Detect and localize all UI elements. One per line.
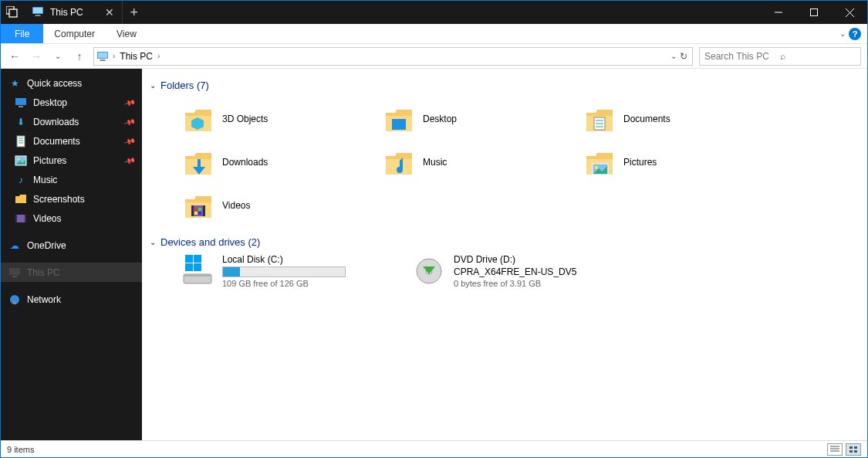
chevron-down-icon: ⌄ [150, 238, 156, 246]
nav-forward-button[interactable]: → [29, 50, 44, 63]
sidebar-network[interactable]: Network [1, 290, 142, 309]
chevron-right-icon[interactable]: › [113, 52, 115, 60]
breadcrumb-this-pc[interactable]: This PC [118, 51, 154, 62]
pin-icon: 📌 [123, 97, 136, 109]
svg-rect-48 [185, 255, 193, 263]
star-icon: ★ [8, 77, 21, 90]
folder-icon [15, 193, 27, 205]
cloud-icon: ☁ [8, 239, 21, 252]
svg-rect-40 [194, 208, 198, 211]
svg-rect-16 [17, 136, 25, 147]
svg-rect-45 [184, 274, 211, 276]
download-icon: ⬇ [15, 116, 27, 128]
drive-usage-bar [222, 266, 346, 277]
status-bar: 9 items [1, 440, 867, 457]
pin-icon: 📌 [123, 154, 136, 167]
folder-videos-icon [181, 188, 214, 222]
svg-rect-58 [854, 450, 857, 453]
svg-rect-12 [100, 59, 105, 60]
svg-rect-41 [198, 208, 201, 211]
search-input[interactable]: Search This PC ⌕ [699, 47, 861, 66]
folder-3d-icon [181, 102, 214, 136]
folder-documents-icon [582, 102, 616, 136]
sidebar-screenshots[interactable]: Screenshots [1, 189, 142, 209]
close-window-button[interactable] [832, 1, 867, 24]
titlebar: This PC ✕ + [1, 1, 867, 24]
drive-name: DVD Drive (D:) [454, 254, 576, 265]
address-dropdown-icon[interactable]: ⌄ [670, 52, 677, 60]
minimize-button[interactable] [761, 1, 796, 24]
drive-local-c[interactable]: Local Disk (C:) 109 GB free of 126 GB [181, 254, 412, 288]
svg-rect-25 [9, 268, 20, 275]
drive-dvd-d[interactable]: DVD Drive (D:) CPRA_X64FRE_EN-US_DV5 0 b… [412, 254, 643, 288]
folder-desktop[interactable]: Desktop [381, 97, 582, 141]
folder-videos[interactable]: Videos [181, 184, 381, 227]
menu-computer[interactable]: Computer [43, 24, 106, 43]
sidebar-videos[interactable]: Videos [1, 209, 142, 228]
nav-recent-dropdown[interactable]: ⌄ [50, 52, 66, 60]
sidebar-this-pc[interactable]: This PC [1, 263, 142, 282]
window-tab[interactable]: This PC ✕ [24, 1, 123, 24]
svg-rect-14 [15, 98, 26, 105]
desktop-icon [15, 97, 27, 109]
svg-rect-3 [33, 8, 42, 13]
drive-free-text: 109 GB free of 126 GB [222, 279, 346, 288]
svg-rect-22 [15, 215, 26, 222]
nav-back-button[interactable]: ← [7, 50, 22, 63]
svg-rect-47 [194, 263, 201, 271]
monitor-icon [32, 5, 44, 20]
sidebar-desktop[interactable]: Desktop 📌 [1, 93, 142, 112]
svg-rect-7 [811, 9, 818, 16]
address-input[interactable]: › This PC › ⌄ ↻ [93, 47, 693, 66]
folder-desktop-icon [381, 102, 415, 136]
view-large-icons-button[interactable] [846, 443, 861, 456]
folder-music[interactable]: Music [381, 141, 582, 184]
svg-rect-42 [194, 212, 198, 215]
content-pane: ⌄ Folders (7) 3D Objects Desktop Documen… [142, 69, 867, 440]
sidebar-music[interactable]: ♪ Music [1, 170, 142, 189]
svg-rect-30 [392, 119, 406, 130]
sidebar-pictures[interactable]: Pictures 📌 [1, 151, 142, 170]
app-multitask-icon[interactable] [1, 1, 24, 24]
drive-label: CPRA_X64FRE_EN-US_DV5 [454, 266, 576, 277]
svg-rect-46 [185, 263, 193, 271]
svg-rect-43 [198, 212, 201, 215]
svg-rect-28 [13, 301, 16, 304]
chevron-down-icon: ⌄ [150, 81, 156, 90]
svg-rect-15 [19, 106, 23, 107]
search-placeholder: Search This PC [704, 51, 780, 62]
svg-point-21 [18, 158, 20, 160]
chevron-right-icon[interactable]: › [157, 52, 160, 60]
sidebar-onedrive[interactable]: ☁ OneDrive [1, 236, 142, 255]
help-icon[interactable]: ? [849, 28, 861, 40]
sidebar-documents[interactable]: Documents 📌 [1, 131, 142, 151]
network-icon [8, 293, 21, 306]
folder-3d-objects[interactable]: 3D Objects [181, 97, 381, 141]
menu-view[interactable]: View [106, 24, 147, 43]
close-tab-icon[interactable]: ✕ [105, 6, 114, 19]
refresh-icon[interactable]: ↻ [680, 51, 687, 62]
sidebar-downloads[interactable]: ⬇ Downloads 📌 [1, 112, 142, 131]
video-icon [15, 212, 27, 225]
pin-icon: 📌 [123, 116, 136, 128]
ribbon-expand-icon[interactable]: ⌄ [839, 29, 846, 38]
folder-documents[interactable]: Documents [582, 97, 782, 141]
svg-rect-5 [35, 15, 41, 16]
svg-rect-56 [854, 446, 857, 449]
folder-pictures[interactable]: Pictures [582, 141, 782, 184]
nav-up-button[interactable]: ↑ [72, 50, 87, 63]
folder-downloads[interactable]: Downloads [181, 141, 381, 184]
menu-file[interactable]: File [1, 24, 43, 43]
view-details-button[interactable] [827, 443, 843, 456]
svg-rect-57 [849, 450, 853, 453]
sidebar-quick-access[interactable]: ★ Quick access [1, 73, 142, 93]
item-count: 9 items [7, 445, 34, 454]
section-drives-header[interactable]: ⌄ Devices and drives (2) [150, 233, 867, 251]
navigation-pane: ★ Quick access Desktop 📌 ⬇ Downloads 📌 D… [1, 69, 142, 440]
maximize-button[interactable] [796, 1, 832, 24]
drive-free-text: 0 bytes free of 3.91 GB [454, 279, 576, 288]
section-folders-header[interactable]: ⌄ Folders (7) [150, 76, 867, 94]
monitor-icon [96, 49, 110, 63]
address-bar: ← → ⌄ ↑ › This PC › ⌄ ↻ Search This PC ⌕ [1, 44, 867, 69]
new-tab-button[interactable]: + [123, 5, 146, 21]
